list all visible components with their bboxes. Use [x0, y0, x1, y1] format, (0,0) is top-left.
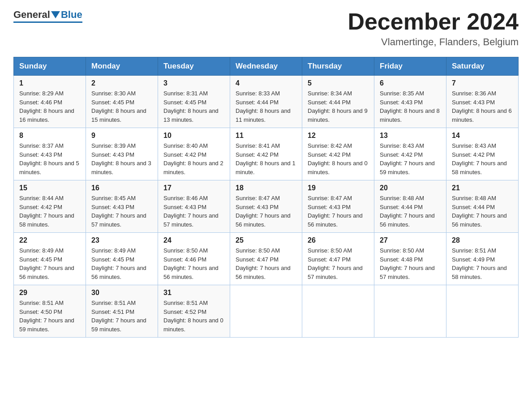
- table-row: 13 Sunrise: 8:43 AMSunset: 4:42 PMDaylig…: [374, 128, 446, 180]
- logo-triangle-icon: [51, 11, 60, 18]
- table-row: 20 Sunrise: 8:48 AMSunset: 4:44 PMDaylig…: [374, 180, 446, 233]
- calendar-week-5: 29 Sunrise: 8:51 AMSunset: 4:50 PMDaylig…: [14, 285, 519, 338]
- table-row: 17 Sunrise: 8:46 AMSunset: 4:43 PMDaylig…: [158, 180, 230, 233]
- day-info: Sunrise: 8:42 AMSunset: 4:42 PMDaylight:…: [308, 142, 368, 176]
- table-row: 19 Sunrise: 8:47 AMSunset: 4:43 PMDaylig…: [302, 180, 374, 233]
- table-row: 7 Sunrise: 8:36 AMSunset: 4:43 PMDayligh…: [446, 76, 519, 128]
- calendar-week-1: 1 Sunrise: 8:29 AMSunset: 4:46 PMDayligh…: [14, 76, 519, 128]
- day-info: Sunrise: 8:43 AMSunset: 4:42 PMDaylight:…: [380, 142, 435, 176]
- table-row: 12 Sunrise: 8:42 AMSunset: 4:42 PMDaylig…: [302, 128, 374, 180]
- day-info: Sunrise: 8:50 AMSunset: 4:48 PMDaylight:…: [380, 247, 435, 280]
- table-row: 27 Sunrise: 8:50 AMSunset: 4:48 PMDaylig…: [374, 233, 446, 285]
- table-row: 15 Sunrise: 8:44 AMSunset: 4:42 PMDaylig…: [14, 180, 86, 233]
- day-info: Sunrise: 8:49 AMSunset: 4:45 PMDaylight:…: [91, 247, 146, 280]
- table-row: 6 Sunrise: 8:35 AMSunset: 4:43 PMDayligh…: [374, 76, 446, 128]
- day-number: 20: [380, 184, 441, 192]
- col-sunday: Sunday: [14, 57, 86, 76]
- day-number: 30: [91, 289, 152, 297]
- day-number: 8: [19, 132, 80, 140]
- table-row: 30 Sunrise: 8:51 AMSunset: 4:51 PMDaylig…: [86, 285, 158, 338]
- day-info: Sunrise: 8:40 AMSunset: 4:42 PMDaylight:…: [163, 142, 223, 176]
- day-number: 26: [308, 236, 369, 244]
- day-info: Sunrise: 8:50 AMSunset: 4:47 PMDaylight:…: [308, 247, 363, 280]
- day-number: 15: [19, 184, 80, 192]
- day-number: 25: [236, 236, 296, 244]
- day-info: Sunrise: 8:48 AMSunset: 4:44 PMDaylight:…: [380, 195, 435, 228]
- calendar-week-4: 22 Sunrise: 8:49 AMSunset: 4:45 PMDaylig…: [14, 233, 519, 285]
- day-info: Sunrise: 8:30 AMSunset: 4:45 PMDaylight:…: [91, 90, 146, 123]
- day-number: 16: [91, 184, 152, 192]
- day-number: 10: [163, 132, 224, 140]
- day-info: Sunrise: 8:49 AMSunset: 4:45 PMDaylight:…: [19, 247, 74, 280]
- day-info: Sunrise: 8:34 AMSunset: 4:44 PMDaylight:…: [308, 90, 368, 123]
- day-number: 5: [308, 79, 369, 87]
- col-friday: Friday: [374, 57, 446, 76]
- day-number: 28: [452, 236, 513, 244]
- day-info: Sunrise: 8:39 AMSunset: 4:43 PMDaylight:…: [91, 142, 151, 176]
- day-info: Sunrise: 8:47 AMSunset: 4:43 PMDaylight:…: [308, 195, 363, 228]
- day-info: Sunrise: 8:29 AMSunset: 4:46 PMDaylight:…: [19, 90, 74, 123]
- table-row: 10 Sunrise: 8:40 AMSunset: 4:42 PMDaylig…: [158, 128, 230, 180]
- day-number: 14: [452, 132, 513, 140]
- table-row: 4 Sunrise: 8:33 AMSunset: 4:44 PMDayligh…: [230, 76, 302, 128]
- day-info: Sunrise: 8:35 AMSunset: 4:43 PMDaylight:…: [380, 90, 440, 123]
- day-info: Sunrise: 8:51 AMSunset: 4:49 PMDaylight:…: [452, 247, 507, 280]
- table-row: [302, 285, 374, 338]
- table-row: 18 Sunrise: 8:47 AMSunset: 4:43 PMDaylig…: [230, 180, 302, 233]
- day-info: Sunrise: 8:45 AMSunset: 4:43 PMDaylight:…: [91, 195, 146, 228]
- day-number: 6: [380, 79, 441, 87]
- page-header: General Blue December 2024 Vlamertinge, …: [13, 9, 519, 48]
- day-number: 1: [19, 79, 80, 87]
- location: Vlamertinge, Flanders, Belgium: [348, 36, 519, 48]
- day-number: 17: [163, 184, 224, 192]
- day-info: Sunrise: 8:43 AMSunset: 4:42 PMDaylight:…: [452, 142, 507, 176]
- table-row: [230, 285, 302, 338]
- day-info: Sunrise: 8:31 AMSunset: 4:45 PMDaylight:…: [163, 90, 219, 123]
- table-row: 5 Sunrise: 8:34 AMSunset: 4:44 PMDayligh…: [302, 76, 374, 128]
- col-monday: Monday: [86, 57, 158, 76]
- day-info: Sunrise: 8:36 AMSunset: 4:43 PMDaylight:…: [452, 90, 512, 123]
- table-row: [446, 285, 519, 338]
- table-row: 24 Sunrise: 8:50 AMSunset: 4:46 PMDaylig…: [158, 233, 230, 285]
- day-info: Sunrise: 8:33 AMSunset: 4:44 PMDaylight:…: [236, 90, 291, 123]
- title-section: December 2024 Vlamertinge, Flanders, Bel…: [348, 9, 519, 48]
- day-info: Sunrise: 8:47 AMSunset: 4:43 PMDaylight:…: [236, 195, 291, 228]
- day-info: Sunrise: 8:46 AMSunset: 4:43 PMDaylight:…: [163, 195, 219, 228]
- table-row: 9 Sunrise: 8:39 AMSunset: 4:43 PMDayligh…: [86, 128, 158, 180]
- day-number: 27: [380, 236, 441, 244]
- table-row: 26 Sunrise: 8:50 AMSunset: 4:47 PMDaylig…: [302, 233, 374, 285]
- table-row: 11 Sunrise: 8:41 AMSunset: 4:42 PMDaylig…: [230, 128, 302, 180]
- table-row: [374, 285, 446, 338]
- month-title: December 2024: [348, 9, 519, 34]
- table-row: 14 Sunrise: 8:43 AMSunset: 4:42 PMDaylig…: [446, 128, 519, 180]
- logo-line: [13, 21, 82, 23]
- table-row: 8 Sunrise: 8:37 AMSunset: 4:43 PMDayligh…: [14, 128, 86, 180]
- logo: General Blue: [13, 9, 82, 23]
- calendar-header-row: Sunday Monday Tuesday Wednesday Thursday…: [14, 57, 519, 76]
- day-info: Sunrise: 8:50 AMSunset: 4:47 PMDaylight:…: [236, 247, 291, 280]
- table-row: 22 Sunrise: 8:49 AMSunset: 4:45 PMDaylig…: [14, 233, 86, 285]
- day-info: Sunrise: 8:51 AMSunset: 4:52 PMDaylight:…: [163, 300, 223, 333]
- day-number: 9: [91, 132, 152, 140]
- day-number: 23: [91, 236, 152, 244]
- day-number: 19: [308, 184, 369, 192]
- table-row: 16 Sunrise: 8:45 AMSunset: 4:43 PMDaylig…: [86, 180, 158, 233]
- col-tuesday: Tuesday: [158, 57, 230, 76]
- table-row: 23 Sunrise: 8:49 AMSunset: 4:45 PMDaylig…: [86, 233, 158, 285]
- logo-blue: Blue: [61, 9, 82, 21]
- calendar-table: Sunday Monday Tuesday Wednesday Thursday…: [13, 57, 519, 338]
- day-number: 11: [236, 132, 296, 140]
- table-row: 29 Sunrise: 8:51 AMSunset: 4:50 PMDaylig…: [14, 285, 86, 338]
- logo-general: General: [13, 9, 50, 21]
- table-row: 1 Sunrise: 8:29 AMSunset: 4:46 PMDayligh…: [14, 76, 86, 128]
- day-number: 3: [163, 79, 224, 87]
- day-number: 24: [163, 236, 224, 244]
- day-info: Sunrise: 8:48 AMSunset: 4:44 PMDaylight:…: [452, 195, 507, 228]
- day-info: Sunrise: 8:51 AMSunset: 4:50 PMDaylight:…: [19, 300, 74, 333]
- col-wednesday: Wednesday: [230, 57, 302, 76]
- table-row: 25 Sunrise: 8:50 AMSunset: 4:47 PMDaylig…: [230, 233, 302, 285]
- table-row: 31 Sunrise: 8:51 AMSunset: 4:52 PMDaylig…: [158, 285, 230, 338]
- logo-text: General Blue: [13, 9, 82, 21]
- day-info: Sunrise: 8:44 AMSunset: 4:42 PMDaylight:…: [19, 195, 74, 228]
- calendar-week-3: 15 Sunrise: 8:44 AMSunset: 4:42 PMDaylig…: [14, 180, 519, 233]
